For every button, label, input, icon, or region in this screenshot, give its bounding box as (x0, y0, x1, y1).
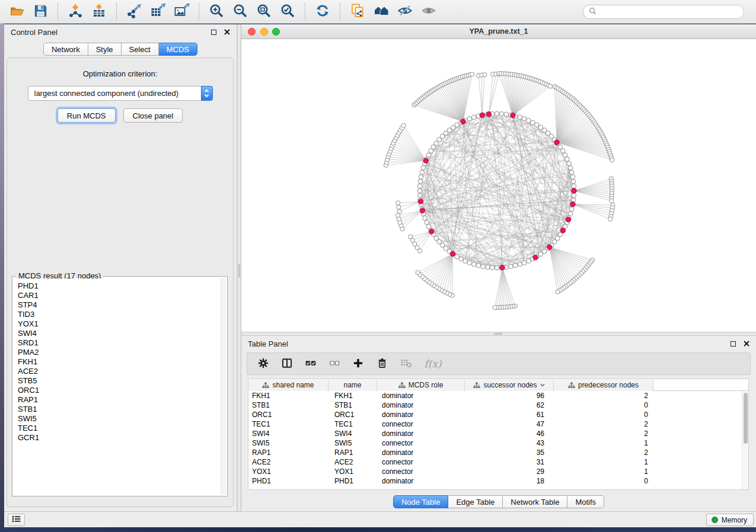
import-table-button[interactable] (89, 2, 109, 21)
close-panel-icon[interactable] (224, 29, 230, 35)
table-settings-button[interactable] (257, 357, 270, 371)
splitter-grip[interactable] (238, 264, 240, 277)
window-minimize-button[interactable] (260, 28, 268, 36)
table-scrollbar[interactable] (742, 391, 748, 489)
close-panel-icon[interactable] (744, 341, 749, 347)
mcds-result-item[interactable]: YOX1 (18, 319, 219, 329)
export-table-button[interactable] (148, 2, 168, 21)
table-row[interactable]: ORC1ORC1dominator610 (248, 410, 748, 419)
toolbar-separator (305, 4, 305, 20)
horizontal-splitter[interactable] (241, 332, 756, 336)
duplicate-network-button[interactable] (347, 2, 368, 21)
cell: 0 (554, 410, 653, 419)
tab-style[interactable]: Style (88, 43, 122, 56)
mcds-result-item[interactable]: ACE2 (18, 367, 219, 376)
first-neighbors-button[interactable] (371, 2, 391, 21)
cell: SWI4 (248, 429, 328, 438)
float-panel-icon[interactable] (211, 30, 216, 35)
show-all-button[interactable] (419, 2, 439, 21)
table-row[interactable]: STB1STB1dominator620 (248, 400, 748, 410)
tab-edge-table[interactable]: Edge Table (448, 495, 503, 508)
network-canvas[interactable] (241, 39, 756, 332)
mcds-result-list[interactable]: PHD1CAR1STP4TID3YOX1SWI4SRD1PMA2FKH1ACE2… (13, 278, 219, 495)
toolbar-separator (340, 4, 340, 20)
delete-row-button[interactable] (375, 357, 388, 371)
result-list-scrollbar[interactable] (221, 278, 226, 495)
mcds-result-item[interactable]: STB5 (18, 376, 219, 386)
mcds-result-item[interactable]: CAR1 (18, 291, 219, 300)
criterion-dropdown[interactable]: largest connected component (undirected) (28, 86, 213, 101)
tab-select[interactable]: Select (122, 43, 159, 56)
table-row[interactable]: SWI4SWI4dominator462 (248, 429, 748, 438)
table-row[interactable]: TEC1TEC1connector472 (248, 419, 748, 429)
search-box[interactable] (583, 5, 744, 19)
add-row-button[interactable] (352, 357, 365, 371)
search-input[interactable] (600, 7, 744, 17)
zoom-selected-button[interactable] (277, 2, 298, 21)
tab-network[interactable]: Network (43, 43, 88, 56)
save-session-button[interactable] (30, 2, 50, 21)
mcds-result-item[interactable]: PHD1 (18, 281, 219, 291)
memory-button[interactable]: Memory (706, 514, 754, 526)
run-mcds-button[interactable]: Run MCDS (58, 108, 116, 123)
vertical-splitter[interactable] (237, 24, 241, 511)
task-history-button[interactable] (8, 514, 25, 526)
cell: RAP1 (328, 448, 377, 457)
mcds-result-item[interactable]: ORC1 (18, 386, 219, 395)
mcds-result-item[interactable]: SWI5 (18, 414, 219, 424)
node-table: shared namenameMCDS rolesuccessor nodesp… (248, 379, 749, 490)
column-header-predecessor-nodes[interactable]: predecessor nodes (554, 380, 653, 391)
cell: 2 (554, 448, 653, 457)
import-network-icon (68, 3, 83, 20)
mcds-result-item[interactable]: RAP1 (18, 395, 219, 405)
list-icon (11, 515, 21, 525)
hide-selected-button[interactable] (395, 2, 415, 21)
table-row[interactable]: SWI5SWI5connector431 (248, 438, 748, 448)
zoom-fit-button[interactable] (254, 2, 274, 21)
close-panel-button[interactable]: Close panel (123, 108, 183, 123)
zoom-fit-icon (256, 3, 272, 20)
mcds-result-item[interactable]: STB1 (18, 405, 219, 414)
open-folder-icon (9, 4, 25, 20)
tab-node-table[interactable]: Node Table (393, 495, 449, 508)
tab-mcds[interactable]: MCDS (159, 43, 197, 56)
export-image-button[interactable] (171, 2, 192, 21)
column-header-shared-name[interactable]: shared name (248, 380, 328, 391)
window-close-button[interactable] (248, 28, 256, 36)
mcds-result-item[interactable]: SWI4 (18, 329, 219, 338)
float-panel-icon[interactable] (731, 341, 736, 347)
window-zoom-button[interactable] (272, 28, 280, 36)
cell: TEC1 (328, 419, 377, 429)
open-file-button[interactable] (7, 2, 27, 21)
splitter-grip[interactable] (494, 333, 502, 335)
refresh-layout-button[interactable] (312, 2, 333, 21)
export-network-button[interactable] (124, 2, 144, 21)
zoom-out-button[interactable] (230, 2, 250, 21)
table-row[interactable]: ACE2ACE2connector311 (248, 457, 748, 467)
mcds-result-item[interactable]: SRD1 (18, 338, 219, 348)
select-all-checkboxes-button[interactable] (304, 357, 317, 371)
split-columns-button[interactable] (280, 357, 294, 371)
mcds-result-item[interactable]: FKH1 (18, 357, 219, 367)
mcds-result-item[interactable]: STP4 (18, 300, 219, 310)
mcds-result-item[interactable]: PMA2 (18, 348, 219, 357)
mcds-result-item[interactable]: GCR1 (18, 433, 219, 443)
zoom-in-button[interactable] (206, 2, 227, 21)
table-row[interactable]: FKH1FKH1dominator962 (248, 391, 748, 400)
column-header-mcds-role[interactable]: MCDS role (377, 380, 465, 391)
column-header-name[interactable]: name (328, 380, 377, 391)
clear-checkboxes-button[interactable] (328, 357, 341, 371)
tab-network-table[interactable]: Network Table (503, 495, 567, 508)
table-row[interactable]: YOX1YOX1connector291 (248, 467, 748, 476)
column-header-successor-nodes[interactable]: successor nodes (465, 380, 554, 391)
mcds-result-item[interactable]: TID3 (18, 310, 219, 319)
scrollbar-thumb[interactable] (744, 393, 748, 444)
cell: FKH1 (248, 391, 328, 400)
mcds-result-item[interactable]: TEC1 (18, 424, 219, 433)
cell: PHD1 (248, 476, 328, 486)
table-row[interactable]: RAP1RAP1dominator352 (248, 448, 748, 457)
cytoscape-window: Control Panel NetworkStyleSelectMCDS Opt… (0, 0, 756, 532)
tab-motifs[interactable]: Motifs (567, 495, 604, 508)
table-row[interactable]: PHD1PHD1dominator180 (248, 476, 748, 486)
import-network-button[interactable] (65, 2, 85, 21)
